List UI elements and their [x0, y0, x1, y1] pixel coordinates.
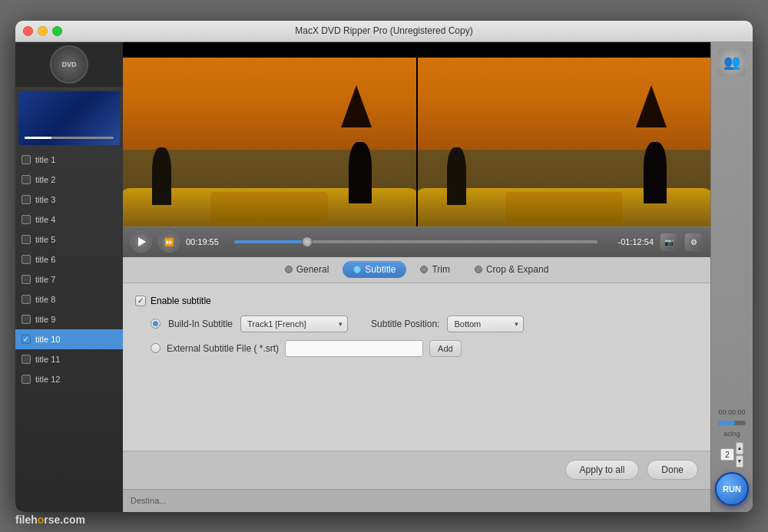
tab-general[interactable]: General [274, 261, 340, 278]
right-sidebar: 👥 00:00:00 acing 2 ▲ ▼ RUN [710, 42, 753, 512]
title-checkbox-6[interactable] [22, 255, 31, 264]
play-icon [138, 237, 146, 246]
title-item[interactable]: title 7 [15, 269, 123, 289]
enable-subtitle-checkbox[interactable] [135, 296, 146, 306]
title-checkbox-10[interactable] [22, 335, 31, 344]
car-door-left [210, 192, 328, 223]
title-item[interactable]: title 5 [15, 230, 123, 249]
external-file-input[interactable] [285, 340, 423, 357]
title-label-7: title 7 [35, 275, 55, 284]
tab-subtitle-dot [353, 266, 361, 273]
title-checkbox-7[interactable] [22, 275, 31, 284]
figure-1-left [349, 142, 372, 203]
buildin-label: Build-In Subtitle [168, 319, 233, 329]
title-item[interactable]: title 4 [15, 210, 123, 230]
enable-subtitle-row: Enable subtitle [135, 296, 698, 306]
buildin-radio[interactable] [151, 319, 161, 329]
title-checkbox-1[interactable] [22, 155, 31, 164]
figure-2-left [152, 147, 171, 205]
title-label-9: title 9 [35, 315, 55, 324]
title-checkbox-12[interactable] [22, 375, 31, 384]
black-bar-top-right [418, 42, 711, 58]
rs-num-down[interactable]: ▼ [736, 455, 743, 468]
thumbnail-bar [25, 137, 114, 139]
title-item[interactable]: title 1 [15, 150, 123, 170]
user-silhouette: 👥 [723, 54, 740, 71]
tab-crop-dot [475, 266, 482, 273]
title-item-selected[interactable]: title 10 [15, 329, 123, 349]
run-button[interactable]: RUN [715, 472, 749, 506]
title-checkbox-5[interactable] [22, 235, 31, 244]
minimize-button[interactable] [38, 26, 48, 36]
title-label-3: title 3 [35, 195, 55, 204]
watermark: filehorse.com [15, 514, 85, 526]
dvd-icon: DVD [50, 45, 88, 84]
buildin-select[interactable]: Track1 [French] Track2 [English] Track3 … [240, 316, 348, 332]
scene-left [123, 58, 416, 226]
title-item[interactable]: title 6 [15, 249, 123, 269]
title-checkbox-9[interactable] [22, 315, 31, 324]
rs-progress-fill [718, 421, 735, 425]
title-label-5: title 5 [35, 235, 55, 244]
title-label-10: title 10 [35, 335, 60, 344]
ff-icon: ⏩ [164, 238, 174, 246]
done-button[interactable]: Done [647, 460, 698, 480]
tab-trim[interactable]: Trim [409, 261, 461, 278]
apply-all-button[interactable]: Apply to all [565, 460, 640, 480]
title-item[interactable]: title 11 [15, 349, 123, 369]
video-panel-left [123, 42, 416, 226]
enable-subtitle-label: Enable subtitle [151, 296, 211, 306]
window-title: MacX DVD Ripper Pro (Unregistered Copy) [295, 25, 472, 36]
add-button[interactable]: Add [429, 340, 462, 357]
position-select[interactable]: Bottom Top Center [447, 316, 524, 332]
rs-num-box: 2 [720, 448, 734, 461]
figure-2-right [447, 147, 466, 205]
title-checkbox-2[interactable] [22, 175, 31, 184]
settings-icon: ⚙ [690, 238, 697, 246]
thumbnail-bar-fill [25, 137, 51, 139]
title-label-8: title 8 [35, 295, 55, 304]
fast-forward-button[interactable]: ⏩ [158, 231, 180, 253]
title-item[interactable]: title 3 [15, 190, 123, 210]
play-button[interactable] [131, 231, 152, 253]
title-label-6: title 6 [35, 255, 55, 264]
progress-bar[interactable] [234, 240, 598, 243]
user-icon: 👥 [718, 48, 746, 76]
title-list: title 1 title 2 title 3 title 4 title 5 [15, 148, 123, 512]
tab-trim-dot [420, 266, 428, 273]
progress-handle[interactable] [302, 236, 313, 247]
tab-general-dot [285, 266, 293, 273]
title-checkbox-3[interactable] [22, 195, 31, 204]
scene-right [418, 58, 711, 226]
title-checkbox-4[interactable] [22, 215, 31, 224]
title-checkbox-11[interactable] [22, 355, 31, 364]
video-panel-right [418, 42, 711, 226]
subtitle-options: Build-In Subtitle Track1 [French] Track2… [135, 316, 698, 357]
external-subtitle-row: External Subtitle File ( *.srt) Add [151, 340, 698, 357]
title-item[interactable]: title 2 [15, 170, 123, 190]
rs-num-up[interactable]: ▲ [736, 442, 743, 454]
title-bar: MacX DVD Ripper Pro (Unregistered Copy) [15, 21, 753, 42]
sidebar-header: DVD [15, 42, 123, 88]
buildin-subtitle-row: Build-In Subtitle Track1 [French] Track2… [151, 316, 698, 332]
settings-button[interactable]: ⚙ [684, 233, 703, 251]
car-door-right [505, 192, 623, 223]
tab-crop-expand[interactable]: Crop & Expand [464, 261, 559, 278]
screenshot-button[interactable]: 📷 [660, 233, 678, 251]
title-item[interactable]: title 8 [15, 289, 123, 309]
title-checkbox-8[interactable] [22, 295, 31, 304]
traffic-lights [23, 26, 62, 36]
tree-left [341, 85, 372, 127]
controls-bar: ⏩ 00:19:55 -01:12:54 📷 ⚙ [123, 226, 710, 257]
rs-num-selector: 2 ▲ ▼ [720, 442, 743, 468]
maximize-button[interactable] [52, 26, 62, 36]
tab-subtitle[interactable]: Subtitle [343, 261, 406, 278]
title-item[interactable]: title 12 [15, 369, 123, 389]
title-item[interactable]: title 9 [15, 309, 123, 329]
external-radio[interactable] [151, 343, 161, 353]
close-button[interactable] [23, 26, 33, 36]
bottom-bar: Apply to all Done [123, 451, 710, 489]
panel-content: Enable subtitle Build-In Subtitle Track1… [123, 283, 710, 451]
tab-subtitle-label: Subtitle [365, 264, 396, 275]
content-area: ⏩ 00:19:55 -01:12:54 📷 ⚙ G [123, 42, 710, 512]
